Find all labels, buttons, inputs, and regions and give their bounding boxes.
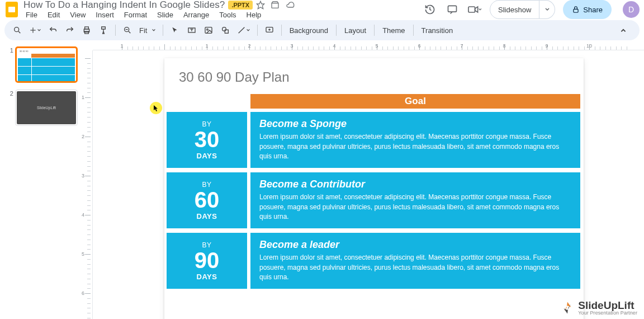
day-box-60[interactable]: BY 60 DAYS <box>167 172 247 228</box>
row-body: Lorem ipsum dolor sit amet, consectetuer… <box>259 193 571 222</box>
svg-line-16 <box>129 31 130 33</box>
menu-help[interactable]: Help <box>244 10 264 20</box>
comment-tool[interactable] <box>262 22 277 38</box>
plan-row-90[interactable]: BY 90 DAYS Become a leader Lorem ipsum d… <box>167 233 580 289</box>
svg-rect-3 <box>448 6 457 12</box>
plan-row-30[interactable]: BY 30 DAYS Become a Sponge Lorem ipsum d… <box>167 112 580 168</box>
menu-tools[interactable]: Tools <box>217 10 238 20</box>
row-heading: Become a leader <box>259 239 571 251</box>
row-heading: Become a Sponge <box>259 118 571 130</box>
watermark: SlideUpLift Your Presentation Partner <box>560 300 637 316</box>
menu-edit[interactable]: Edit <box>45 10 62 20</box>
account-avatar[interactable]: D <box>623 1 640 18</box>
cloud-icon[interactable] <box>285 1 295 10</box>
slide-number: 1 <box>8 47 13 54</box>
menu-bar: File Edit View Insert Format Slide Arran… <box>23 10 418 20</box>
menu-format[interactable]: Format <box>122 10 149 20</box>
share-button[interactable]: Share <box>563 0 612 19</box>
slide-title[interactable]: 30 60 90 Day Plan <box>179 69 289 85</box>
star-icon[interactable] <box>256 1 265 10</box>
row-body: Lorem ipsum dolor sit amet, consectetuer… <box>259 253 571 282</box>
slide-number: 2 <box>8 90 13 97</box>
new-slide-button[interactable] <box>27 22 44 38</box>
svg-rect-20 <box>205 27 212 34</box>
slide-thumbnail-2[interactable]: SlideUpLift <box>16 90 77 125</box>
svg-point-22 <box>222 27 226 31</box>
menu-arrange[interactable]: Arrange <box>181 10 211 20</box>
body-box-90[interactable]: Become a leader Lorem ipsum dolor sit am… <box>250 233 580 289</box>
svg-rect-6 <box>574 9 578 12</box>
day-number: 60 <box>195 189 220 211</box>
day-unit-label: DAYS <box>197 273 217 281</box>
toolbar: Fit Background Layout Theme Transition <box>4 20 640 40</box>
move-icon[interactable] <box>271 1 280 10</box>
svg-rect-4 <box>468 7 475 12</box>
layout-button[interactable]: Layout <box>341 26 370 35</box>
textbox-tool[interactable] <box>184 22 199 38</box>
title-bar: How To Do a Hanging Indent In Google Sli… <box>0 0 644 19</box>
vertical-ruler[interactable]: 1234567 <box>80 50 93 319</box>
svg-rect-12 <box>85 27 89 29</box>
comment-icon[interactable] <box>445 2 460 17</box>
meet-icon[interactable] <box>467 2 482 17</box>
slideshow-dropdown[interactable] <box>539 0 555 19</box>
lock-icon <box>572 6 580 13</box>
watermark-subtitle: Your Presentation Partner <box>578 311 637 316</box>
menu-insert[interactable]: Insert <box>93 10 116 20</box>
cursor-highlight <box>150 102 162 114</box>
slideshow-button[interactable]: Slideshow <box>490 0 539 19</box>
paint-format-button[interactable] <box>96 22 111 38</box>
pptx-badge: .PPTX <box>228 1 253 10</box>
share-button-label: Share <box>583 6 603 14</box>
undo-button[interactable] <box>46 22 60 38</box>
body-box-30[interactable]: Become a Sponge Lorem ipsum dolor sit am… <box>250 112 580 168</box>
day-box-30[interactable]: BY 30 DAYS <box>167 112 247 168</box>
zoom-select[interactable]: Fit <box>137 22 158 38</box>
menu-view[interactable]: View <box>68 10 88 20</box>
svg-marker-2 <box>257 1 264 8</box>
workspace: 1 30 60 90 2 SlideUpLift 112345678910 12… <box>0 41 644 319</box>
slide-stage[interactable]: 30 60 90 Day Plan Goal BY 30 DAYS Become… <box>164 58 584 319</box>
svg-line-8 <box>18 31 20 33</box>
svg-point-21 <box>206 29 208 30</box>
plan-row-60[interactable]: BY 60 DAYS Become a Contributor Lorem ip… <box>167 172 580 228</box>
watermark-title: SlideUpLift <box>578 300 637 311</box>
day-box-90[interactable]: BY 90 DAYS <box>167 233 247 289</box>
transition-button[interactable]: Transition <box>418 26 457 35</box>
horizontal-ruler[interactable]: 112345678910 <box>93 41 644 50</box>
zoom-out-button[interactable] <box>120 22 135 38</box>
select-tool[interactable] <box>168 22 182 38</box>
shape-tool[interactable] <box>218 22 233 38</box>
row-heading: Become a Contributor <box>259 179 571 190</box>
svg-line-24 <box>238 27 244 34</box>
goal-header[interactable]: Goal <box>250 94 580 109</box>
menu-slide[interactable]: Slide <box>155 10 176 20</box>
slideshow-button-label: Slideshow <box>498 6 531 14</box>
day-number: 90 <box>195 249 220 271</box>
svg-point-7 <box>15 27 19 32</box>
image-tool[interactable] <box>201 22 216 38</box>
slide-thumbnail-1[interactable]: 30 60 90 <box>16 47 77 82</box>
header-right-cluster: Slideshow Share D <box>423 0 640 19</box>
search-icon[interactable] <box>10 22 25 38</box>
day-unit-label: DAYS <box>197 212 217 221</box>
redo-button[interactable] <box>63 22 77 38</box>
history-icon[interactable] <box>423 2 437 17</box>
filmstrip: 1 30 60 90 2 SlideUpLift <box>6 41 80 319</box>
collapse-toolbar-icon[interactable] <box>616 22 631 38</box>
theme-button[interactable]: Theme <box>379 26 408 35</box>
row-body: Lorem ipsum dolor sit amet, consectetuer… <box>259 132 571 161</box>
zoom-value: Fit <box>139 26 147 35</box>
watermark-icon <box>560 301 575 315</box>
slides-logo-icon[interactable] <box>4 2 19 17</box>
background-button[interactable]: Background <box>286 26 332 35</box>
thumbnail-text: SlideUpLift <box>17 91 76 124</box>
day-number: 30 <box>195 128 220 151</box>
slide-canvas-area: 112345678910 1234567 30 60 90 Day Plan G… <box>80 41 644 319</box>
svg-rect-1 <box>8 7 15 12</box>
day-unit-label: DAYS <box>197 152 217 160</box>
print-button[interactable] <box>79 22 94 38</box>
body-box-60[interactable]: Become a Contributor Lorem ipsum dolor s… <box>250 172 580 228</box>
menu-file[interactable]: File <box>23 10 40 20</box>
line-tool[interactable] <box>235 22 253 38</box>
